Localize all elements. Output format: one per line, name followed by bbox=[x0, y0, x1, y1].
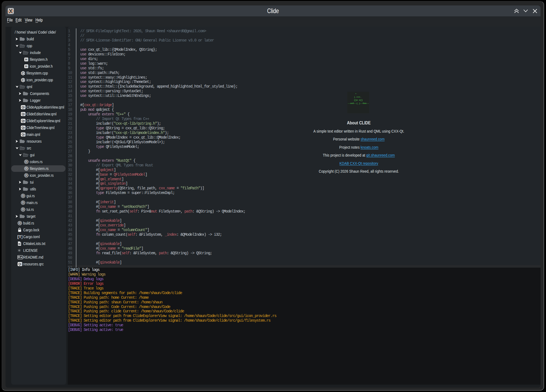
svg-text:R: R bbox=[22, 201, 24, 204]
svg-text:Qt: Qt bbox=[22, 112, 25, 115]
svg-text:Qt: Qt bbox=[22, 105, 25, 109]
svg-text:R: R bbox=[22, 208, 24, 211]
svg-text:[T]: [T] bbox=[17, 235, 22, 239]
svg-text:R: R bbox=[25, 173, 28, 177]
svg-text:H: H bbox=[25, 58, 27, 61]
svg-text:R: R bbox=[25, 167, 28, 170]
svg-text:Qt: Qt bbox=[18, 262, 22, 265]
svg-text:R: R bbox=[19, 221, 21, 225]
svg-text:R: R bbox=[25, 160, 28, 163]
svg-text:Qt: Qt bbox=[22, 133, 25, 136]
svg-text:H: H bbox=[25, 65, 27, 68]
svg-text:R: R bbox=[22, 194, 24, 197]
svg-text:Qt: Qt bbox=[22, 119, 25, 122]
svg-text:Qt: Qt bbox=[22, 126, 25, 129]
